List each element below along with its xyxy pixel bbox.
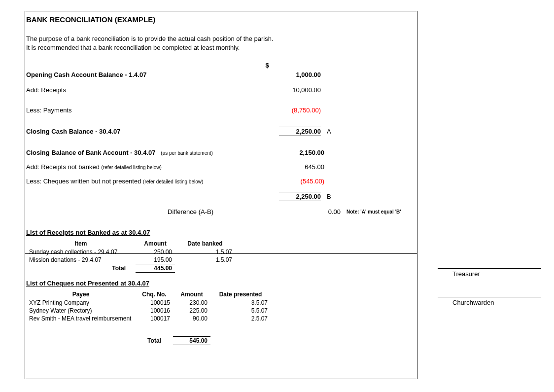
- letter-b: B: [325, 193, 339, 200]
- cheques-h-amount: Amount: [173, 290, 210, 299]
- receipts-h-item: Item: [26, 239, 136, 248]
- cheques-payee: XYZ Printing Company: [26, 299, 136, 307]
- receipts-item: Mission donations - 29.4.07: [26, 256, 136, 264]
- cheques-chqno: 100016: [136, 307, 173, 315]
- add-receipts-nb-text: Add: Receipts not banked: [26, 163, 102, 171]
- intro-line-1: The purpose of a bank reconciliation is …: [26, 35, 274, 42]
- cheques-date: 2.5.07: [210, 315, 271, 322]
- receipts-heading: List of Receipts not Banked as at 30.4.0…: [25, 229, 417, 236]
- receipts-amount: 250.00: [136, 248, 175, 256]
- cheques-date: 3.5.07: [210, 299, 271, 307]
- cheques-date: 5.5.07: [210, 307, 271, 315]
- closing-cash-amount: 2,250.00: [279, 127, 321, 136]
- closing-bank-note: (as per bank statement): [161, 150, 213, 156]
- closing-cash-label: Closing Cash Balance - 30.4.07: [26, 128, 213, 135]
- table-row: Sydney Water (Rectory) 100016 225.00 5.5…: [26, 307, 271, 315]
- less-cheques-np-amount: (545.00): [282, 178, 324, 185]
- subtotal-b-amount: 2,250.00: [279, 192, 321, 201]
- receipts-date: 1.5.07: [175, 248, 235, 256]
- closing-bank-label-text: Closing Balance of Bank Account - 30.4.0…: [26, 149, 155, 156]
- receipts-amount: 195.00: [136, 256, 175, 264]
- less-cheques-np-note: (refer detailed listing below): [143, 179, 203, 184]
- cheques-total: 545.00: [173, 337, 210, 345]
- add-receipts-label: Add: Receipts: [26, 86, 213, 94]
- intro-text: The purpose of a bank reconciliation is …: [25, 24, 417, 52]
- less-cheques-np-label: Less: Cheques written but not presented …: [26, 178, 282, 185]
- document-frame: BANK RECONCILIATION (EXAMPLE) The purpos…: [25, 11, 417, 379]
- divider: [25, 253, 417, 254]
- receipts-total: 445.00: [136, 264, 175, 273]
- cheques-payee: Sydney Water (Rectory): [26, 307, 136, 315]
- table-row: Mission donations - 29.4.07 195.00 1.5.0…: [26, 256, 235, 264]
- less-payments-label: Less: Payments: [26, 107, 213, 114]
- cheques-table: Payee Chq. No. Amount Date presented XYZ…: [26, 290, 271, 345]
- cheques-chqno: 100015: [136, 299, 173, 307]
- churchwarden-label: Churchwarden: [452, 299, 494, 306]
- opening-balance-amount: 1,000.00: [279, 71, 321, 78]
- less-cheques-np-text: Less: Cheques written but not presented: [26, 178, 143, 185]
- add-receipts-nb-note: (refer detailed listing below): [102, 165, 162, 170]
- table-row: Sunday cash collections - 29.4.07 250.00…: [26, 248, 235, 256]
- add-receipts-nb-label: Add: Receipts not banked (refer detailed…: [26, 163, 282, 171]
- receipts-h-amount: Amount: [136, 239, 175, 248]
- closing-bank-amount: 2,150.00: [282, 149, 324, 156]
- currency-header: $: [213, 62, 325, 69]
- cheques-amount: 90.00: [173, 315, 210, 322]
- cheques-h-payee: Payee: [26, 290, 136, 299]
- letter-a: A: [325, 128, 339, 135]
- opening-balance-label: Opening Cash Account Balance - 1.4.07: [26, 71, 213, 78]
- page-title: BANK RECONCILIATION (EXAMPLE): [25, 11, 417, 24]
- table-row: XYZ Printing Company 100015 230.00 3.5.0…: [26, 299, 271, 307]
- cheques-total-label: Total: [136, 337, 173, 345]
- less-payments-amount: (8,750.00): [279, 107, 321, 114]
- cheques-h-date: Date presented: [210, 290, 271, 299]
- treasurer-signature-line: [438, 268, 541, 269]
- receipts-item: Sunday cash collections - 29.4.07: [26, 248, 136, 256]
- receipts-h-date: Date banked: [175, 239, 235, 248]
- cheques-heading: List of Cheques not Presented at 30.4.07: [25, 280, 417, 287]
- intro-line-2: It is recommended that a bank reconcilia…: [26, 44, 240, 51]
- difference-label: Difference (A-B): [26, 208, 233, 215]
- receipts-date: 1.5.07: [175, 256, 235, 264]
- difference-remark: Note: 'A' must equal 'B': [345, 209, 425, 214]
- table-row: Rev Smith - MEA travel reimbursement 100…: [26, 315, 271, 322]
- churchwarden-signature-line: [438, 297, 541, 297]
- treasurer-label: Treasurer: [452, 270, 480, 278]
- cheques-amount: 230.00: [173, 299, 210, 307]
- cheques-amount: 225.00: [173, 307, 210, 315]
- cheques-h-chqno: Chq. No.: [136, 290, 173, 299]
- receipts-table: Item Amount Date banked Sunday cash coll…: [26, 239, 235, 273]
- receipts-total-label: Total: [26, 264, 136, 273]
- add-receipts-amount: 10,000.00: [279, 86, 321, 94]
- add-receipts-nb-amount: 645.00: [282, 163, 324, 171]
- cheques-payee: Rev Smith - MEA travel reimbursement: [26, 315, 136, 322]
- closing-bank-label: Closing Balance of Bank Account - 30.4.0…: [26, 149, 282, 156]
- cheques-chqno: 100017: [136, 315, 173, 322]
- difference-amount: 0.00: [299, 208, 341, 215]
